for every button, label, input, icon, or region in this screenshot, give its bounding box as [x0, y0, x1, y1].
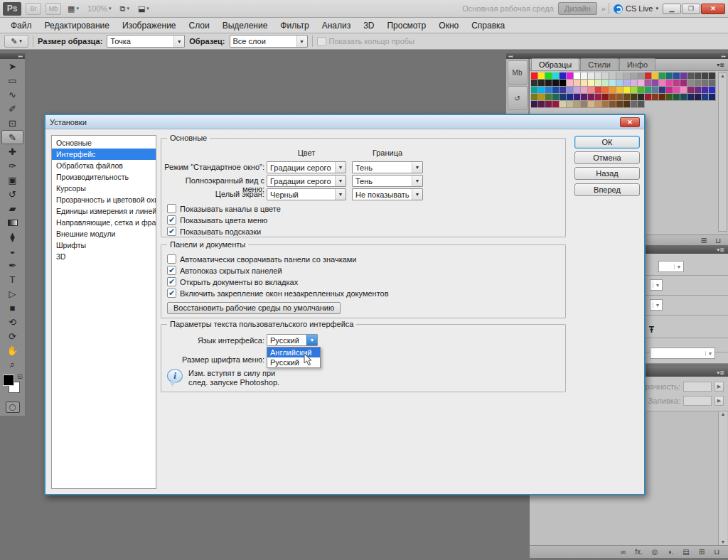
swatch[interactable]: [602, 72, 609, 80]
eyedropper-tool-icon[interactable]: ✎: [1, 130, 23, 144]
swatch[interactable]: [616, 80, 623, 87]
checkbox-Автопоказ скрытых панелей[interactable]: ✔Автопоказ скрытых панелей: [167, 266, 282, 275]
swatch[interactable]: [631, 80, 638, 87]
swatch[interactable]: [531, 101, 538, 108]
swatch[interactable]: [531, 80, 538, 87]
swatch[interactable]: [623, 72, 631, 80]
checkbox-Открыть документы во вкладках[interactable]: ✔Открыть документы во вкладках: [167, 277, 298, 286]
swatch[interactable]: [552, 101, 560, 108]
clone-stamp-tool-icon[interactable]: ▣: [0, 173, 25, 187]
bridge-button[interactable]: Br: [26, 3, 41, 15]
swatch[interactable]: [652, 80, 659, 87]
checkbox-Автоматически сворачивать панели со значками[interactable]: Автоматически сворачивать панели со знач…: [167, 254, 357, 264]
section-item-Направляющие, сетка и фрагменты[interactable]: Направляющие, сетка и фрагменты: [52, 217, 156, 228]
swatch[interactable]: [545, 72, 552, 80]
swatch[interactable]: [680, 87, 687, 94]
tab-Стили[interactable]: Стили: [580, 58, 619, 70]
fill-input[interactable]: [683, 396, 712, 406]
swatch[interactable]: [609, 80, 616, 87]
hand-tool-icon[interactable]: ✋: [0, 343, 25, 357]
swatch[interactable]: [609, 72, 616, 80]
swatch[interactable]: [702, 94, 709, 101]
swatch[interactable]: [609, 87, 616, 94]
swatch[interactable]: [695, 72, 702, 80]
menu-item-Слои[interactable]: Слои: [183, 18, 216, 33]
swatch[interactable]: [695, 94, 702, 101]
layer-group-icon[interactable]: ▤: [682, 548, 689, 556]
swatch[interactable]: [545, 80, 552, 87]
swatch[interactable]: [609, 101, 616, 108]
sample-select[interactable]: Все слои▼: [230, 35, 308, 48]
section-item-Основные[interactable]: Основные: [52, 137, 156, 149]
swatch[interactable]: [702, 87, 709, 94]
swatch[interactable]: [560, 87, 567, 94]
character-kerning-select[interactable]: ▼: [650, 279, 663, 291]
sample-size-select[interactable]: Точка▼: [107, 35, 185, 48]
default-colors-icon[interactable]: ◱: [17, 373, 23, 379]
swatch[interactable]: [623, 94, 631, 101]
ok-button[interactable]: ОК: [574, 136, 640, 149]
swatch[interactable]: [709, 72, 716, 80]
mini-bridge-button[interactable]: Mb: [46, 3, 61, 15]
swatch[interactable]: [673, 94, 680, 101]
rectangle-tool-icon[interactable]: ■: [0, 301, 25, 315]
crop-tool-icon[interactable]: ⊡: [0, 116, 25, 130]
swatch[interactable]: [631, 94, 638, 101]
swatch[interactable]: [666, 94, 673, 101]
swatch[interactable]: [574, 80, 581, 87]
section-item-3D[interactable]: 3D: [52, 251, 156, 262]
swatch[interactable]: [638, 101, 645, 108]
tools-collapse-icon[interactable]: ▸▸: [0, 53, 25, 59]
swatch[interactable]: [673, 72, 680, 80]
show-sampling-ring-checkbox[interactable]: Показать кольцо пробы: [317, 37, 415, 46]
section-item-Шрифты[interactable]: Шрифты: [52, 239, 156, 251]
swatch[interactable]: [666, 80, 673, 87]
swatch[interactable]: [616, 72, 623, 80]
menu-item-Фильтр[interactable]: Фильтр: [274, 18, 315, 33]
swatch[interactable]: [687, 72, 695, 80]
swatch[interactable]: [638, 87, 645, 94]
3d-rotate-tool-icon[interactable]: ⟲: [0, 315, 25, 329]
swatch[interactable]: [702, 72, 709, 80]
eraser-tool-icon[interactable]: ▰: [0, 201, 25, 215]
swatch[interactable]: [616, 87, 623, 94]
character-panel-menu-icon[interactable]: ▾≣: [717, 247, 724, 253]
swatch[interactable]: [581, 72, 588, 80]
color-select[interactable]: Черный▼: [267, 188, 346, 200]
swatch[interactable]: [567, 80, 574, 87]
swatch[interactable]: [638, 80, 645, 87]
move-tool-icon[interactable]: ➤: [0, 59, 25, 73]
menu-item-Редактирование[interactable]: Редактирование: [38, 18, 116, 33]
arrange-documents-button[interactable]: ⧉▾: [118, 4, 132, 14]
tool-preset-button[interactable]: ✎▾: [4, 35, 28, 48]
border-select[interactable]: Тень▼: [352, 161, 423, 173]
checkbox-Показывать подсказки[interactable]: ✔Показывать подсказки: [167, 227, 261, 236]
swatch[interactable]: [659, 72, 666, 80]
swatch[interactable]: [538, 80, 545, 87]
swatch[interactable]: [673, 80, 680, 87]
swatch[interactable]: [709, 80, 716, 87]
delete-swatch-icon[interactable]: ⊔: [715, 237, 721, 244]
quick-mask-button[interactable]: ◯: [6, 402, 20, 413]
section-item-Единицы измерения и линейки[interactable]: Единицы измерения и линейки: [52, 205, 156, 217]
character-tracking-select[interactable]: ▼: [650, 299, 663, 311]
swatch[interactable]: [581, 101, 588, 108]
new-swatch-icon[interactable]: ⊞: [701, 237, 707, 244]
swatch[interactable]: [659, 94, 666, 101]
swatch[interactable]: [645, 72, 652, 80]
swatch[interactable]: [631, 72, 638, 80]
opacity-slider-arrow[interactable]: ▶: [714, 382, 724, 392]
swatch[interactable]: [545, 87, 552, 94]
healing-brush-tool-icon[interactable]: ✚: [0, 144, 25, 158]
close-button[interactable]: ✕: [701, 4, 725, 14]
swatch[interactable]: [602, 94, 609, 101]
swatch[interactable]: [552, 87, 560, 94]
swatch[interactable]: [560, 80, 567, 87]
menu-item-Справка[interactable]: Справка: [465, 18, 511, 33]
color-select[interactable]: Градации серого▼: [267, 175, 346, 187]
section-item-Обработка файлов[interactable]: Обработка файлов: [52, 160, 156, 171]
swatch[interactable]: [545, 101, 552, 108]
swatches-scrollbar[interactable]: ▲: [718, 72, 727, 232]
view-extras-button[interactable]: ▦▾: [65, 4, 81, 14]
3d-orbit-tool-icon[interactable]: ⟳: [0, 329, 25, 343]
